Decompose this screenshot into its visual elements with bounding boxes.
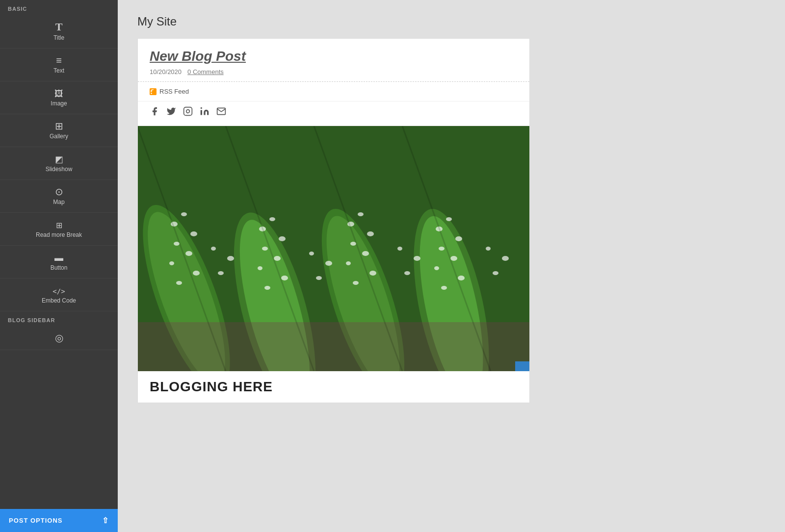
- text-icon: [56, 55, 62, 65]
- svg-rect-2: [184, 107, 192, 116]
- sidebar-item-map[interactable]: Map: [0, 180, 118, 213]
- post-options-label: POST OPTIONS: [9, 517, 63, 524]
- svg-point-47: [227, 256, 234, 261]
- sidebar-item-label-text: Text: [53, 67, 64, 74]
- svg-point-43: [434, 266, 439, 270]
- svg-point-44: [458, 276, 465, 280]
- svg-point-40: [455, 236, 462, 241]
- svg-point-24: [279, 236, 286, 241]
- svg-point-39: [446, 217, 452, 221]
- blog-image: [138, 126, 529, 371]
- svg-point-56: [502, 256, 509, 261]
- svg-point-21: [176, 281, 182, 285]
- svg-point-35: [346, 261, 351, 265]
- blog-caption: BLOGGING HERE: [138, 371, 529, 403]
- rss-icon: [150, 88, 157, 95]
- blog-sidebar-icon: [55, 333, 63, 343]
- svg-point-54: [397, 247, 402, 251]
- svg-point-53: [414, 256, 420, 261]
- svg-point-46: [218, 271, 224, 275]
- svg-point-32: [367, 231, 374, 236]
- svg-point-45: [441, 286, 447, 290]
- post-options-button[interactable]: POST OPTIONS ⇧: [0, 509, 118, 532]
- svg-point-27: [258, 266, 262, 270]
- sidebar-item-image[interactable]: Image: [0, 81, 118, 114]
- svg-point-1: [151, 93, 152, 94]
- sidebar-item-label-image: Image: [51, 100, 67, 107]
- svg-point-57: [486, 247, 491, 251]
- sidebar-item-label-embed: Embed Code: [42, 297, 76, 304]
- social-icons-row: [138, 101, 529, 126]
- sidebar-item-label-readmore: Read more Break: [36, 231, 82, 238]
- section-basic-label: BASIC: [0, 0, 118, 15]
- button-icon: [54, 253, 63, 262]
- slideshow-icon: [55, 154, 63, 164]
- sidebar-item-label-map: Map: [53, 199, 64, 205]
- image-icon: [54, 88, 63, 98]
- svg-point-37: [353, 281, 359, 285]
- blog-card: New Blog Post 10/20/2020 0 Comments RSS …: [137, 38, 530, 403]
- svg-point-20: [193, 271, 200, 276]
- sidebar-item-embed[interactable]: Embed Code: [0, 279, 118, 311]
- gallery-icon: [55, 121, 63, 131]
- map-icon: [55, 187, 63, 197]
- svg-rect-58: [138, 322, 529, 371]
- svg-point-49: [316, 276, 322, 280]
- svg-point-42: [450, 256, 457, 261]
- sidebar-item-label-gallery: Gallery: [50, 133, 68, 140]
- svg-point-36: [369, 271, 376, 276]
- svg-point-18: [185, 251, 192, 256]
- rss-section: RSS Feed: [138, 82, 529, 101]
- sidebar-item-label-button: Button: [51, 264, 68, 271]
- blog-meta: 10/20/2020 0 Comments: [150, 68, 518, 76]
- title-icon: [55, 22, 63, 32]
- sidebar: BASIC Title Text Image Gallery Slideshow…: [0, 0, 118, 532]
- svg-point-29: [264, 286, 270, 290]
- svg-point-31: [358, 212, 364, 216]
- facebook-icon[interactable]: [150, 106, 159, 119]
- main-content: My Site New Blog Post 10/20/2020 0 Comme…: [118, 0, 785, 532]
- blog-post-title[interactable]: New Blog Post: [150, 49, 518, 64]
- sidebar-item-text[interactable]: Text: [0, 49, 118, 81]
- section-blog-sidebar-label: BLOG SIDEBAR: [0, 311, 118, 326]
- sidebar-item-button[interactable]: Button: [0, 246, 118, 279]
- sidebar-item-title[interactable]: Title: [0, 15, 118, 49]
- sidebar-item-gallery[interactable]: Gallery: [0, 114, 118, 147]
- linkedin-icon[interactable]: [200, 106, 209, 119]
- blog-header: New Blog Post 10/20/2020 0 Comments: [138, 39, 529, 82]
- svg-point-26: [274, 256, 281, 261]
- sidebar-item-readmore[interactable]: Read more Break: [0, 213, 118, 246]
- svg-point-15: [181, 212, 187, 216]
- svg-point-19: [169, 261, 174, 265]
- svg-point-16: [190, 231, 197, 236]
- readmore-icon: [56, 220, 62, 229]
- blog-comments-link[interactable]: 0 Comments: [187, 68, 224, 76]
- sidebar-item-label-title: Title: [53, 34, 64, 41]
- mail-icon[interactable]: [216, 106, 226, 119]
- svg-point-55: [493, 271, 498, 275]
- sidebar-item-blog-sidebar[interactable]: [0, 326, 118, 350]
- svg-point-34: [362, 251, 369, 256]
- instagram-icon[interactable]: [183, 106, 193, 119]
- blog-image-svg: [138, 126, 529, 371]
- svg-point-23: [269, 217, 275, 221]
- svg-point-25: [262, 247, 268, 251]
- site-title: My Site: [137, 15, 765, 28]
- twitter-icon[interactable]: [166, 106, 176, 119]
- svg-rect-63: [515, 361, 529, 371]
- blog-date: 10/20/2020: [150, 68, 182, 76]
- sidebar-item-slideshow[interactable]: Slideshow: [0, 147, 118, 180]
- chevron-up-icon: ⇧: [102, 516, 109, 525]
- sidebar-item-label-slideshow: Slideshow: [46, 166, 73, 173]
- svg-point-28: [281, 276, 288, 280]
- svg-point-48: [211, 247, 216, 251]
- svg-point-4: [201, 107, 202, 109]
- embed-icon: [52, 285, 65, 295]
- svg-point-52: [404, 271, 410, 275]
- svg-point-50: [325, 261, 332, 266]
- rss-feed-link[interactable]: RSS Feed: [159, 88, 189, 95]
- svg-point-51: [309, 252, 314, 255]
- svg-point-41: [439, 247, 445, 251]
